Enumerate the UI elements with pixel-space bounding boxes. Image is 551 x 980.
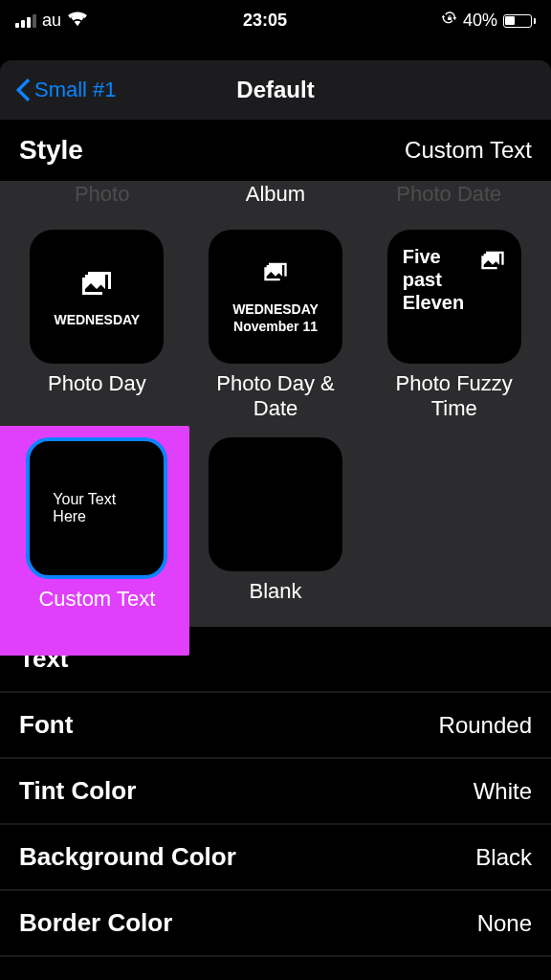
status-bar: au 23:05 40%	[0, 0, 551, 41]
partial-label-right: Photo Date	[363, 182, 536, 207]
widget-label: Custom Text	[38, 587, 155, 612]
grid-item-empty	[372, 437, 536, 612]
setting-label: Background Color	[19, 842, 236, 872]
setting-label: Border Color	[19, 908, 172, 938]
setting-tint-color[interactable]: Tint Color White	[0, 759, 551, 825]
widget-label: Photo Day	[48, 371, 146, 396]
style-grid: Photo Album Photo Date WEDNESDAY Photo D…	[0, 182, 551, 627]
widget-blank[interactable]: Blank	[194, 437, 358, 612]
setting-border-color[interactable]: Border Color None	[0, 891, 551, 957]
widget-text: Five past Eleven	[403, 245, 475, 314]
widget-photo-day[interactable]: WEDNESDAY Photo Day	[15, 230, 179, 422]
carrier-label: au	[42, 11, 61, 31]
page-title: Default	[236, 77, 314, 103]
style-row[interactable]: Style Custom Text	[0, 120, 551, 182]
widget-photo-day-date[interactable]: WEDNESDAY November 11 Photo Day & Date	[194, 230, 358, 422]
wifi-icon	[67, 8, 88, 33]
nav-bar: Small #1 Default	[0, 60, 551, 120]
widget-custom-text[interactable]: Your Text Here Custom Text	[26, 437, 167, 612]
widget-fuzzy-time[interactable]: Five past Eleven Photo Fuzzy Time	[372, 230, 536, 422]
status-right: 40%	[442, 11, 536, 31]
widget-text: WEDNESDAY	[54, 312, 140, 327]
widget-text-line1: WEDNESDAY	[232, 301, 319, 318]
back-label: Small #1	[34, 78, 117, 102]
signal-icon	[15, 14, 36, 28]
widget-label: Photo Day & Date	[194, 371, 358, 422]
partial-label-center: Album	[188, 182, 362, 207]
widget-label: Blank	[249, 579, 301, 604]
style-value: Custom Text	[405, 137, 532, 164]
battery-pct: 40%	[463, 11, 497, 31]
back-button[interactable]: Small #1	[15, 78, 117, 102]
widget-text: Your Text Here	[41, 491, 152, 525]
setting-label: Tint Color	[19, 776, 136, 806]
style-label: Style	[19, 135, 83, 166]
grid-row: WEDNESDAY Photo Day WEDNESDAY November 1…	[15, 230, 536, 422]
setting-value: Rounded	[439, 712, 532, 739]
photo-icon	[479, 247, 506, 278]
rotation-lock-icon	[442, 11, 457, 31]
settings-list: Text Font Rounded Tint Color White Backg…	[0, 627, 551, 957]
status-time: 23:05	[243, 11, 287, 31]
setting-label: Font	[19, 710, 73, 740]
grid-row-partial: Photo Album Photo Date	[15, 182, 536, 214]
setting-value: None	[477, 910, 532, 937]
battery-icon	[503, 14, 536, 28]
setting-bg-color[interactable]: Background Color Black	[0, 825, 551, 891]
status-left: au	[15, 8, 88, 33]
partial-label-left: Photo	[15, 182, 188, 207]
grid-row: Your Text Here Custom Text Blank	[15, 437, 536, 612]
widget-text-line2: November 11	[233, 318, 318, 335]
setting-value: White	[474, 778, 532, 805]
photo-icon	[262, 258, 289, 289]
photo-icon	[79, 266, 114, 304]
setting-font[interactable]: Font Rounded	[0, 693, 551, 759]
widget-label: Photo Fuzzy Time	[372, 371, 536, 422]
setting-value: Black	[475, 844, 532, 871]
